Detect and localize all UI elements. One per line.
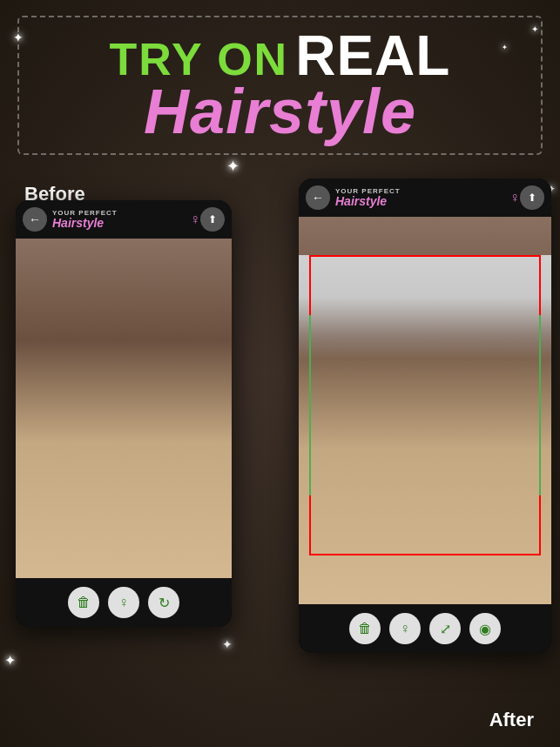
- header-main-title-after: Hairstyle: [335, 195, 387, 208]
- app-header-after: ← YOUR PERFECT Hairstyle ♀ ⬆: [299, 178, 551, 217]
- share-button-before[interactable]: ⬆: [200, 207, 225, 232]
- back-button-before[interactable]: ←: [23, 207, 47, 232]
- share-button-after[interactable]: ⬆: [520, 185, 544, 210]
- face-photo-after: [299, 217, 551, 604]
- toolbar-before: 🗑 ♀ ↻: [16, 578, 232, 627]
- hair-btn-before[interactable]: ♀: [108, 587, 139, 618]
- hair-silhouette-before: ♀: [190, 212, 200, 227]
- after-label: After: [489, 709, 534, 731]
- phones-area: Before ← YOUR PERFECT Hairstyle ♀ ⬆: [0, 174, 560, 747]
- color-btn-after[interactable]: ◉: [469, 613, 501, 644]
- delete-btn-before[interactable]: 🗑: [68, 587, 99, 618]
- hair-silhouette-after: ♀: [509, 190, 520, 205]
- header-main-title-before: Hairstyle: [52, 217, 104, 230]
- phone-after-screen: ← YOUR PERFECT Hairstyle ♀ ⬆: [299, 178, 551, 653]
- title-real: REAL: [295, 28, 450, 84]
- extra-btn-before[interactable]: ↻: [148, 587, 179, 618]
- delete-btn-after[interactable]: 🗑: [349, 613, 381, 644]
- title-hairstyle: Hairstyle: [17, 80, 543, 143]
- app-header-before: ← YOUR PERFECT Hairstyle ♀ ⬆: [16, 200, 232, 239]
- phone-before-screen: ← YOUR PERFECT Hairstyle ♀ ⬆ 🗑: [16, 200, 232, 627]
- phone-before: ← YOUR PERFECT Hairstyle ♀ ⬆ 🗑: [16, 200, 232, 627]
- face-image-before: [16, 239, 232, 578]
- header-title-before: YOUR PERFECT Hairstyle: [52, 209, 186, 230]
- phone-after: ← YOUR PERFECT Hairstyle ♀ ⬆: [299, 178, 551, 653]
- resize-btn-after[interactable]: ⤢: [429, 613, 461, 644]
- hair-btn-after[interactable]: ♀: [389, 613, 421, 644]
- header-title-after: YOUR PERFECT Hairstyle: [335, 187, 506, 208]
- hair-bangs-overlay: [299, 255, 551, 360]
- back-button-after[interactable]: ←: [306, 185, 330, 210]
- face-photo-before: [16, 239, 232, 578]
- title-try-on: TRY ON: [110, 37, 289, 82]
- sparkle-4: ✦: [226, 157, 240, 176]
- title-area: TRY ON REAL Hairstyle: [0, 19, 560, 151]
- toolbar-after: 🗑 ♀ ⤢ ◉: [299, 604, 551, 653]
